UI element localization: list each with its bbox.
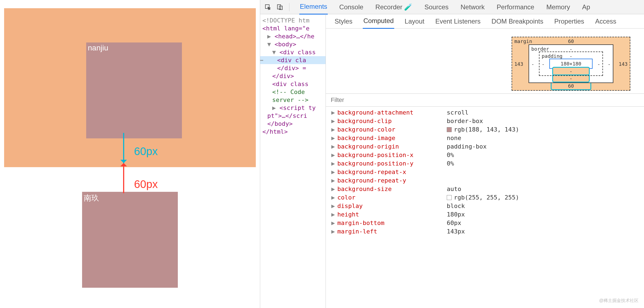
inspect-icon[interactable]	[263, 2, 273, 12]
dom-node[interactable]: pt">…</scri	[260, 112, 326, 120]
dom-node[interactable]: ▶ <script ty	[260, 104, 326, 112]
dom-node[interactable]: </div>	[260, 72, 326, 80]
computed-prop[interactable]: ▶background-originpadding-box	[326, 142, 644, 151]
computed-properties-list[interactable]: ▶background-attachmentscroll▶background-…	[326, 107, 644, 308]
devtools-main-tabs: ElementsConsoleRecorder 🧪SourcesNetworkP…	[299, 0, 591, 15]
dom-tree[interactable]: <!DOCTYPE htm<html lang="e▶ <head>…</he▼…	[260, 14, 326, 308]
filter-input[interactable]	[331, 96, 639, 104]
tab-ap[interactable]: Ap	[582, 0, 591, 14]
computed-prop[interactable]: ▶background-colorrgb(188, 143, 143)	[326, 125, 644, 134]
subtab-layout[interactable]: Layout	[404, 14, 425, 28]
tab-sources[interactable]: Sources	[424, 0, 449, 14]
dom-node[interactable]: <!DOCTYPE htm	[260, 16, 326, 24]
margin-bottom-label: 60px	[134, 145, 158, 158]
tab-console[interactable]: Console	[339, 0, 364, 14]
tab-elements[interactable]: Elements	[299, 0, 328, 15]
box-nanjiu-cn: 南玖	[82, 192, 178, 288]
computed-prop[interactable]: ▶background-sizeauto	[326, 185, 644, 193]
computed-prop[interactable]: ▶displayblock	[326, 202, 644, 210]
computed-prop[interactable]: ▶background-position-y0%	[326, 159, 644, 168]
computed-prop[interactable]: ▶colorrgb(255, 255, 255)	[326, 193, 644, 202]
devtools-panel: ElementsConsoleRecorder 🧪SourcesNetworkP…	[260, 0, 644, 308]
subtab-properties[interactable]: Properties	[554, 14, 585, 28]
computed-prop[interactable]: ▶background-clipborder-box	[326, 117, 644, 125]
computed-prop[interactable]: ▶background-position-x0%	[326, 151, 644, 159]
devtools-toolbar: ElementsConsoleRecorder 🧪SourcesNetworkP…	[260, 0, 644, 14]
bfc-container: nanjiu	[4, 8, 256, 167]
computed-prop[interactable]: ▶background-repeat-y	[326, 176, 644, 185]
computed-prop[interactable]: ▶margin-bottom60px	[326, 219, 644, 227]
devtools-sub-tabs: StylesComputedLayoutEvent ListenersDOM B…	[326, 14, 644, 28]
computed-prop[interactable]: ▶background-imagenone	[326, 134, 644, 142]
dom-node[interactable]: </div> =	[260, 64, 326, 72]
dom-node[interactable]: <div class	[260, 80, 326, 88]
dom-node[interactable]: server -->	[260, 96, 326, 104]
subtab-computed[interactable]: Computed	[363, 14, 394, 29]
box-nanjiu: nanjiu	[86, 42, 182, 138]
tab-performance[interactable]: Performance	[496, 0, 535, 14]
tab-memory[interactable]: Memory	[546, 0, 571, 14]
page-preview: nanjiu 南玖 60px 60px	[0, 0, 260, 308]
margin-top-label: 60px	[134, 178, 158, 190]
tab-network[interactable]: Network	[460, 0, 485, 14]
dom-node[interactable]: </body>	[260, 120, 326, 128]
dom-node[interactable]: <div cla	[260, 56, 326, 64]
dom-node[interactable]: <html lang="e	[260, 24, 326, 32]
dom-node[interactable]: ▶ <head>…</he	[260, 32, 326, 40]
subtab-dombreakpoints[interactable]: DOM Breakpoints	[491, 14, 544, 28]
box-model-diagram[interactable]: margin 60 143 143 60 border - - -	[326, 28, 644, 93]
computed-prop[interactable]: ▶height180px	[326, 210, 644, 219]
dom-node[interactable]: ▼ <body>	[260, 40, 326, 48]
subtab-access[interactable]: Access	[594, 14, 617, 28]
dom-node[interactable]: ▼ <div class	[260, 48, 326, 56]
device-toggle-icon[interactable]	[275, 2, 285, 12]
arrow-up-icon	[123, 166, 124, 193]
subtab-eventlisteners[interactable]: Event Listeners	[435, 14, 481, 28]
watermark: @稀土掘金技术社区	[599, 298, 639, 304]
dom-node[interactable]: <!-- Code	[260, 88, 326, 96]
computed-prop[interactable]: ▶background-repeat-x	[326, 168, 644, 176]
dom-node[interactable]: </html>	[260, 128, 326, 136]
computed-prop[interactable]: ▶background-attachmentscroll	[326, 108, 644, 117]
tab-recorder[interactable]: Recorder 🧪	[375, 0, 413, 14]
subtab-styles[interactable]: Styles	[334, 14, 353, 28]
computed-prop[interactable]: ▶margin-left143px	[326, 227, 644, 236]
